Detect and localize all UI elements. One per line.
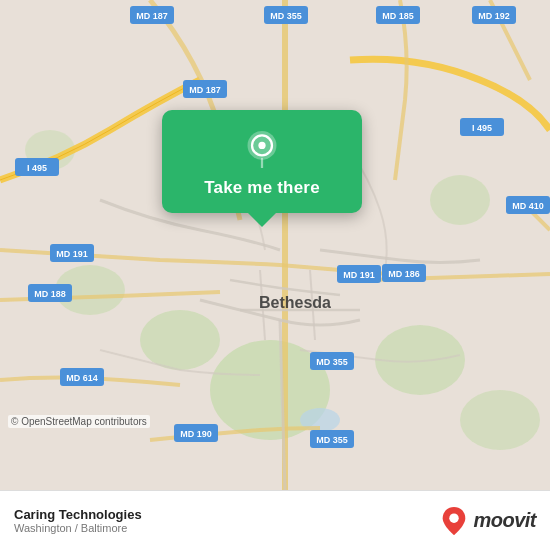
moovit-logo: moovit (440, 505, 536, 537)
moovit-text: moovit (473, 509, 536, 532)
bottom-bar: Caring Technologies Washington / Baltimo… (0, 490, 550, 550)
svg-text:MD 187: MD 187 (189, 85, 221, 95)
svg-text:MD 191: MD 191 (343, 270, 375, 280)
svg-text:I 495: I 495 (472, 123, 492, 133)
svg-point-5 (430, 175, 490, 225)
popup-label: Take me there (204, 178, 320, 198)
svg-text:MD 355: MD 355 (270, 11, 302, 21)
location-info: Caring Technologies Washington / Baltimo… (14, 507, 142, 534)
svg-point-2 (140, 310, 220, 370)
svg-point-44 (258, 142, 265, 149)
moovit-pin-icon (440, 505, 468, 537)
svg-text:MD 355: MD 355 (316, 357, 348, 367)
svg-point-45 (450, 513, 459, 522)
location-subtitle: Washington / Baltimore (14, 522, 142, 534)
location-pin-icon (243, 130, 281, 168)
svg-text:MD 185: MD 185 (382, 11, 414, 21)
svg-text:Bethesda: Bethesda (259, 294, 331, 311)
svg-text:MD 186: MD 186 (388, 269, 420, 279)
svg-text:MD 614: MD 614 (66, 373, 98, 383)
svg-point-7 (460, 390, 540, 450)
map-container: I 495 I 495 MD 187 MD 187 MD 355 MD 185 … (0, 0, 550, 490)
svg-text:MD 192: MD 192 (478, 11, 510, 21)
svg-text:MD 355: MD 355 (316, 435, 348, 445)
svg-text:MD 188: MD 188 (34, 289, 66, 299)
svg-text:I 495: I 495 (27, 163, 47, 173)
osm-credit: © OpenStreetMap contributors (8, 415, 150, 428)
svg-text:MD 187: MD 187 (136, 11, 168, 21)
svg-text:MD 410: MD 410 (512, 201, 544, 211)
location-title: Caring Technologies (14, 507, 142, 522)
take-me-there-popup[interactable]: Take me there (162, 110, 362, 213)
svg-text:MD 191: MD 191 (56, 249, 88, 259)
svg-text:MD 190: MD 190 (180, 429, 212, 439)
